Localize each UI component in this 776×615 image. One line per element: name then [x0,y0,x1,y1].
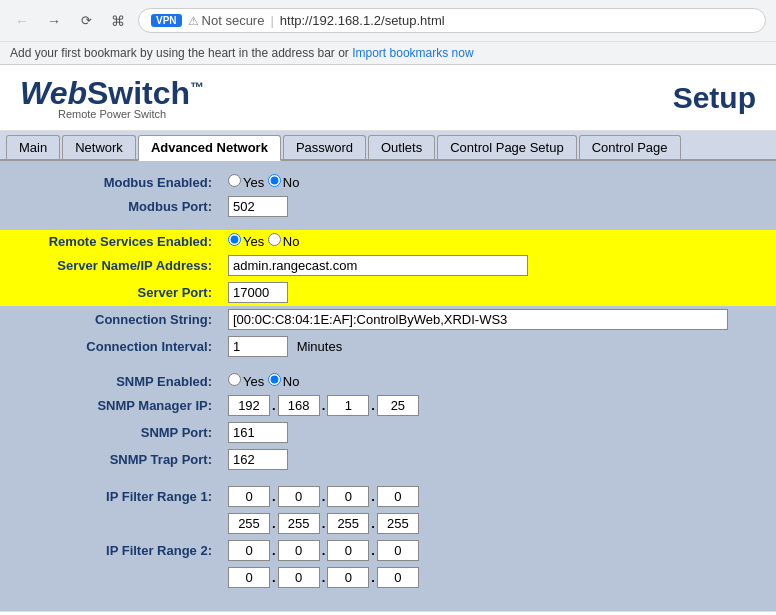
snmp-port-row: SNMP Port: [0,419,776,446]
snmp-ip-octet-3[interactable] [327,395,369,416]
snmp-port-input[interactable] [228,422,288,443]
modbus-enabled-row: Modbus Enabled: Yes No [0,171,776,193]
ip-filter1-from-1[interactable] [228,486,270,507]
form-table: Modbus Enabled: Yes No Modbus Port: [0,171,776,601]
modbus-no-label[interactable]: No [268,175,300,190]
bookmark-bar: Add your first bookmark by using the hea… [0,41,776,64]
ip-filter2-to-4[interactable] [377,567,419,588]
browser-toolbar: ← → ⟳ ⌘ VPN ⚠ Not secure | http://192.16… [0,0,776,41]
ip-filter2-label: IP Filter Range 2: [0,537,220,564]
ip-filter1-to-row: . . . [0,510,776,537]
forward-button[interactable]: → [42,9,66,33]
ip-filter2-from-2[interactable] [278,540,320,561]
refresh-button[interactable]: ⟳ [74,9,98,33]
tab-advanced-network[interactable]: Advanced Network [138,135,281,161]
logo: WebSwitch™ [20,75,204,112]
import-bookmarks-link[interactable]: Import bookmarks now [352,46,473,60]
snmp-enabled-label: SNMP Enabled: [0,370,220,392]
submit-area: SubmitReset [0,611,776,615]
modbus-port-input[interactable] [228,196,288,217]
ip-filter1-from-4[interactable] [377,486,419,507]
page-header: WebSwitch™ Remote Power Switch Setup [0,65,776,131]
modbus-enabled-value: Yes No [220,171,776,193]
ip-filter2-to-2[interactable] [278,567,320,588]
server-name-row: Server Name/IP Address: [0,252,776,279]
remote-yes-label[interactable]: Yes [228,234,264,249]
ip-filter2-to-3[interactable] [327,567,369,588]
connection-interval-label: Connection Interval: [0,333,220,360]
remote-services-no-radio[interactable] [268,233,281,246]
snmp-manager-label: SNMP Manager IP: [0,392,220,419]
tab-control-page[interactable]: Control Page [579,135,681,159]
connection-string-input[interactable] [228,309,728,330]
ip-filter1-from-3[interactable] [327,486,369,507]
snmp-ip-octet-4[interactable] [377,395,419,416]
ip-filter2-to-group: . . . [228,567,768,588]
server-name-label: Server Name/IP Address: [0,252,220,279]
page-title: Setup [673,81,756,115]
ip-filter2-from-1[interactable] [228,540,270,561]
ip-filter1-to-4[interactable] [377,513,419,534]
spacer-3 [0,473,776,483]
ip-filter2-to-row: . . . [0,564,776,591]
tab-password[interactable]: Password [283,135,366,159]
spacer-1 [0,220,776,230]
snmp-ip-octet-2[interactable] [278,395,320,416]
back-button[interactable]: ← [10,9,34,33]
snmp-enabled-row: SNMP Enabled: Yes No [0,370,776,392]
ip-filter1-from-group: . . . [228,486,768,507]
remote-services-enabled-row: Remote Services Enabled: Yes No [0,230,776,252]
minutes-label: Minutes [297,339,343,354]
remote-services-label: Remote Services Enabled: [0,230,220,252]
logo-web: Web [20,75,87,111]
snmp-yes-label[interactable]: Yes [228,374,264,389]
lock-icon: ⚠ [188,14,199,28]
spacer-4 [0,591,776,601]
tab-main[interactable]: Main [6,135,60,159]
spacer-2 [0,360,776,370]
logo-tm: ™ [190,79,204,95]
snmp-no-label[interactable]: No [268,374,300,389]
ip-filter2-to-1[interactable] [228,567,270,588]
logo-switch: Switch [87,75,190,111]
ip-filter1-to-2[interactable] [278,513,320,534]
snmp-manager-row: SNMP Manager IP: . . . [0,392,776,419]
snmp-trap-row: SNMP Trap Port: [0,446,776,473]
remote-no-label[interactable]: No [268,234,300,249]
url-display: http://192.168.1.2/setup.html [280,13,445,28]
not-secure-label: Not secure [202,13,265,28]
ip-filter2-from-3[interactable] [327,540,369,561]
server-port-input[interactable] [228,282,288,303]
ip-filter1-to-1[interactable] [228,513,270,534]
ip-filter1-to-group: . . . [228,513,768,534]
server-port-row: Server Port: [0,279,776,306]
remote-services-yes-radio[interactable] [228,233,241,246]
logo-area: WebSwitch™ Remote Power Switch [20,75,204,120]
ip-filter2-from-group: . . . [228,540,768,561]
snmp-enabled-no-radio[interactable] [268,373,281,386]
bookmark-text: Add your first bookmark by using the hea… [10,46,352,60]
server-name-input[interactable] [228,255,528,276]
ip-filter1-to-3[interactable] [327,513,369,534]
tab-control-page-setup[interactable]: Control Page Setup [437,135,576,159]
snmp-ip-octet-1[interactable] [228,395,270,416]
snmp-port-label: SNMP Port: [0,419,220,446]
snmp-trap-input[interactable] [228,449,288,470]
tab-network[interactable]: Network [62,135,136,159]
address-bar[interactable]: VPN ⚠ Not secure | http://192.168.1.2/se… [138,8,766,33]
tab-outlets[interactable]: Outlets [368,135,435,159]
grid-button[interactable]: ⌘ [106,9,130,33]
modbus-enabled-yes-radio[interactable] [228,174,241,187]
ip-filter2-from-4[interactable] [377,540,419,561]
ip-filter1-from-2[interactable] [278,486,320,507]
nav-tabs: Main Network Advanced Network Password O… [0,131,776,161]
vpn-badge: VPN [151,14,182,27]
ip-filter1-label: IP Filter Range 1: [0,483,220,510]
snmp-trap-label: SNMP Trap Port: [0,446,220,473]
modbus-yes-label[interactable]: Yes [228,175,264,190]
form-area: Modbus Enabled: Yes No Modbus Port: [0,161,776,611]
connection-interval-input[interactable] [228,336,288,357]
modbus-port-label: Modbus Port: [0,193,220,220]
modbus-enabled-no-radio[interactable] [268,174,281,187]
snmp-enabled-yes-radio[interactable] [228,373,241,386]
